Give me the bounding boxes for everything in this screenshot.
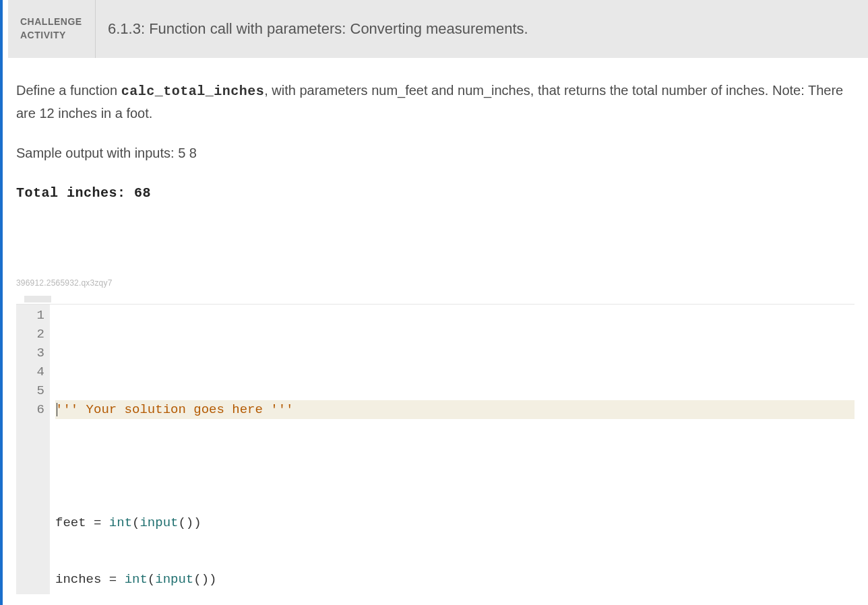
code-line-1[interactable]	[55, 344, 855, 362]
line-number: 5	[26, 381, 44, 400]
code-editor-container: 1 2 3 4 5 6 ''' Your solution goes here …	[16, 296, 855, 594]
code-editor[interactable]: 1 2 3 4 5 6 ''' Your solution goes here …	[16, 304, 855, 594]
token-identifier: feet	[55, 515, 86, 530]
line-number: 1	[26, 306, 44, 325]
problem-pre-text: Define a function	[16, 83, 121, 98]
activity-header: CHALLENGE ACTIVITY 6.1.3: Function call …	[8, 0, 868, 58]
challenge-activity-page: CHALLENGE ACTIVITY 6.1.3: Function call …	[0, 0, 868, 605]
token-paren: (	[132, 515, 140, 530]
activity-tag: CHALLENGE ACTIVITY	[8, 0, 96, 58]
instance-id: 396912.2565932.qx3zqy7	[3, 278, 868, 288]
token-operator: =	[101, 572, 124, 587]
function-name-code: calc_total_inches	[121, 84, 265, 99]
editor-bookmark-strip	[24, 296, 51, 302]
token-operator: =	[86, 515, 109, 530]
code-area[interactable]: ''' Your solution goes here ''' feet = i…	[50, 305, 855, 594]
token-builtin-int: int	[125, 572, 148, 587]
token-paren: (	[148, 572, 155, 587]
line-number-gutter: 1 2 3 4 5 6	[16, 305, 50, 594]
token-string-close: '''	[270, 402, 293, 417]
token-builtin-input: input	[140, 515, 178, 530]
code-line-4[interactable]: feet = int(input())	[55, 513, 855, 532]
code-line-2[interactable]: ''' Your solution goes here '''	[55, 400, 855, 419]
code-line-5[interactable]: inches = int(input())	[55, 570, 855, 589]
line-number: 4	[26, 362, 44, 381]
token-identifier: inches	[55, 572, 101, 587]
token-string-text: Your solution goes here	[86, 402, 271, 417]
activity-tag-line1: CHALLENGE	[20, 15, 95, 29]
problem-statement: Define a function calc_total_inches, wit…	[16, 79, 855, 125]
line-number: 3	[26, 344, 44, 362]
token-builtin-int: int	[109, 515, 132, 530]
line-number: 2	[26, 325, 44, 344]
code-line-3[interactable]	[55, 457, 855, 476]
token-builtin-input: input	[155, 572, 193, 587]
token-string-open: '''	[55, 402, 86, 417]
activity-title: 6.1.3: Function call with parameters: Co…	[96, 0, 528, 58]
token-paren: ())	[193, 572, 216, 587]
activity-tag-line2: ACTIVITY	[20, 29, 95, 42]
sample-output-label: Sample output with inputs: 5 8	[16, 142, 855, 164]
activity-description: Define a function calc_total_inches, wit…	[3, 58, 868, 204]
sample-output-value: Total inches: 68	[16, 182, 855, 204]
token-paren: ())	[178, 515, 201, 530]
line-number: 6	[26, 400, 44, 419]
